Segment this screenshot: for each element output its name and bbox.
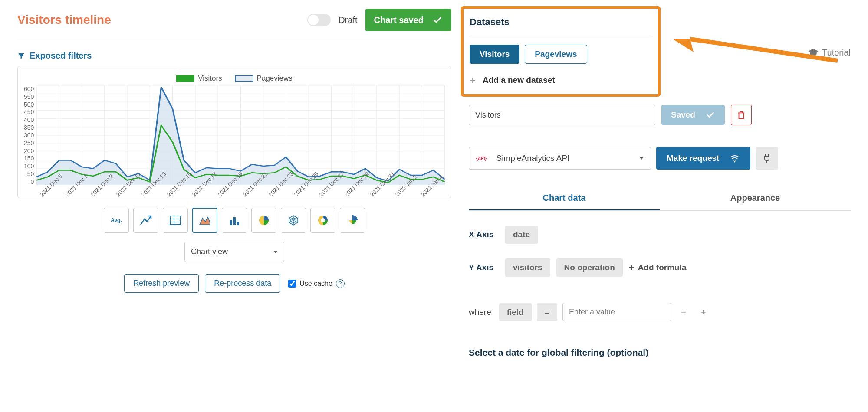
dataset-name-input[interactable] <box>469 105 655 125</box>
chart-x-axis: 2021 Dec 52021 Dec 72021 Dec 92021 Dec 1… <box>39 187 445 193</box>
plus-icon: + <box>629 262 635 273</box>
chart-type-doughnut[interactable] <box>310 208 335 233</box>
chart-type-avg[interactable]: Avg. <box>104 208 129 233</box>
filter-icon <box>17 52 25 60</box>
subtab-appearance[interactable]: Appearance <box>660 187 851 210</box>
plugin-button[interactable] <box>756 147 778 170</box>
plus-icon: + <box>470 74 476 86</box>
svg-point-47 <box>734 161 736 163</box>
where-op-chip[interactable]: = <box>537 303 557 321</box>
legend-label-visitors: Visitors <box>198 74 222 83</box>
plug-icon <box>762 153 772 163</box>
chart-legend: Visitors Pageviews <box>24 74 445 83</box>
draft-label: Draft <box>339 15 357 25</box>
chevron-down-icon <box>273 251 278 253</box>
svg-rect-37 <box>233 217 236 225</box>
where-label: where <box>469 307 491 317</box>
page-title: Visitors timeline <box>17 13 111 27</box>
api-name-label: SimpleAnalytics API <box>496 154 569 163</box>
x-axis-chip[interactable]: date <box>505 226 538 244</box>
y-axis-label: Y Axis <box>469 263 499 272</box>
datasets-highlight: Datasets Visitors Pageviews + Add a new … <box>461 6 661 97</box>
svg-rect-38 <box>237 222 239 225</box>
dataset-saved-label: Saved <box>671 110 695 120</box>
check-icon <box>432 15 443 25</box>
x-axis-label: X Axis <box>469 230 499 239</box>
remove-condition-button[interactable]: − <box>676 307 691 318</box>
chart-type-bar[interactable] <box>222 208 247 233</box>
bar-icon <box>228 214 241 227</box>
svg-rect-32 <box>170 216 181 225</box>
chart-card: Visitors Pageviews 600550500450400350300… <box>17 66 451 198</box>
draft-toggle[interactable] <box>307 14 331 26</box>
y-axis-chip[interactable]: visitors <box>505 258 550 277</box>
divider <box>470 36 652 36</box>
make-request-label: Make request <box>667 154 719 163</box>
dataset-tab-visitors[interactable]: Visitors <box>470 45 519 64</box>
legend-swatch-pageviews <box>235 75 253 82</box>
radar-icon <box>287 214 300 227</box>
chart-type-radar[interactable] <box>281 208 306 233</box>
polar-icon <box>346 214 359 227</box>
trend-icon <box>139 214 152 227</box>
view-select[interactable]: Chart view <box>184 242 284 262</box>
subtab-chart-data[interactable]: Chart data <box>469 187 660 210</box>
annotation-arrow <box>673 35 846 87</box>
chart-type-kpi[interactable] <box>133 208 158 233</box>
doughnut-icon <box>316 214 329 227</box>
trash-icon <box>736 110 746 120</box>
legend-label-pageviews: Pageviews <box>257 74 293 83</box>
chart-type-polar[interactable] <box>340 208 365 233</box>
area-icon <box>198 214 211 227</box>
where-value-input[interactable] <box>562 303 671 321</box>
legend-swatch-visitors <box>176 75 194 82</box>
add-dataset-button[interactable]: + Add a new dataset <box>470 74 652 86</box>
chart-type-row: Avg. <box>17 208 451 233</box>
global-filter-label: Select a date for global filtering (opti… <box>469 347 851 358</box>
refresh-preview-button[interactable]: Refresh preview <box>124 274 199 293</box>
add-dataset-label: Add a new dataset <box>483 75 555 85</box>
chart-plot <box>36 85 445 185</box>
api-select[interactable]: {API} SimpleAnalytics API <box>469 147 651 170</box>
datasets-title: Datasets <box>470 16 652 28</box>
exposed-filters-label: Exposed filters <box>30 51 92 61</box>
help-icon[interactable]: ? <box>336 279 345 288</box>
add-condition-button[interactable]: + <box>696 307 711 318</box>
add-formula-button[interactable]: + Add formula <box>629 262 687 273</box>
exposed-filters-header[interactable]: Exposed filters <box>17 51 451 61</box>
view-select-label: Chart view <box>191 247 228 256</box>
svg-point-46 <box>321 218 325 222</box>
make-request-button[interactable]: Make request <box>656 147 750 170</box>
chart-y-axis: 600550500450400350300250200150100500 <box>24 85 36 185</box>
where-field-chip[interactable]: field <box>499 303 532 321</box>
add-formula-label: Add formula <box>638 263 687 272</box>
chart-saved-button[interactable]: Chart saved <box>365 9 452 31</box>
chart-type-table[interactable] <box>163 208 188 233</box>
chart-type-pie[interactable] <box>251 208 276 233</box>
delete-dataset-button[interactable] <box>731 105 752 125</box>
check-icon <box>706 110 715 120</box>
dataset-tab-pageviews[interactable]: Pageviews <box>525 45 587 64</box>
table-icon <box>169 214 182 227</box>
wifi-icon <box>730 153 740 163</box>
chart-type-area[interactable] <box>192 208 217 233</box>
y-operation-chip[interactable]: No operation <box>556 258 623 277</box>
chart-saved-label: Chart saved <box>374 15 424 25</box>
chevron-down-icon <box>639 157 644 160</box>
svg-rect-36 <box>230 220 232 225</box>
dataset-saved-pill: Saved <box>661 105 725 125</box>
api-badge-icon: {API} <box>476 156 487 161</box>
use-cache-label: Use cache <box>299 280 332 288</box>
use-cache-checkbox[interactable] <box>288 280 296 288</box>
pie-icon <box>257 214 270 227</box>
reprocess-data-button[interactable]: Re-process data <box>205 274 280 293</box>
